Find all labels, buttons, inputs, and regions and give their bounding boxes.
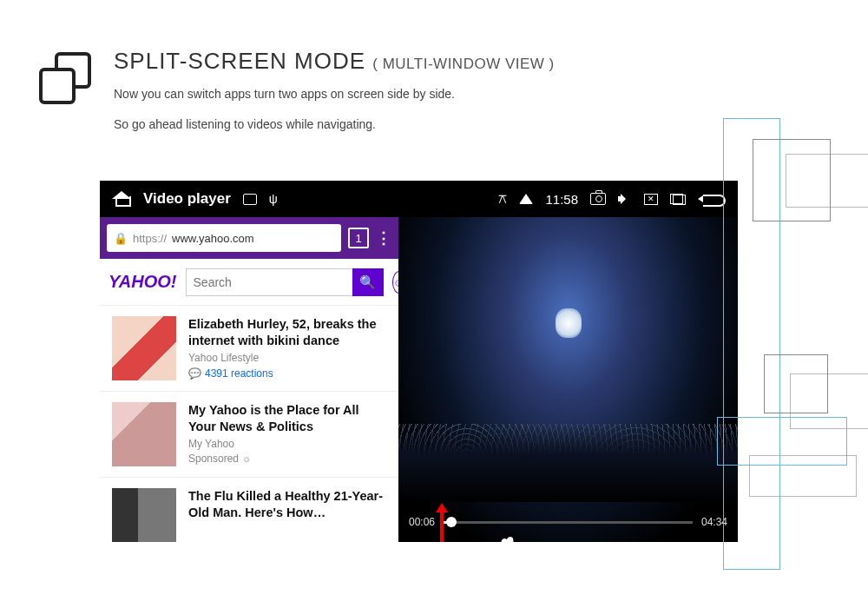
camera-icon[interactable] — [590, 193, 606, 205]
search-button[interactable]: 🔍 — [352, 268, 384, 296]
title-sub: ( MULTI-WINDOW VIEW ) — [372, 56, 554, 72]
news-headline: My Yahoo is the Place for All Your News … — [188, 402, 386, 435]
yahoo-logo[interactable]: YAHOO! — [108, 272, 177, 292]
home-icon[interactable] — [112, 191, 131, 207]
description-line-1: Now you can switch apps turn two apps on… — [114, 83, 555, 105]
news-source: Yahoo Lifestyle — [188, 352, 386, 364]
decorative-box — [786, 154, 868, 208]
url-scheme: https:// — [133, 232, 167, 245]
search-input[interactable] — [186, 268, 352, 296]
app-title: Video player — [143, 190, 231, 208]
url-host: www.yahoo.com — [172, 232, 254, 245]
close-box-icon[interactable]: ✕ — [644, 194, 658, 205]
video-pane[interactable]: MEKEDE® 00:06 04:34 — [398, 217, 738, 542]
description-line-2: So go ahead listening to videos while na… — [114, 114, 555, 135]
device-screenshot: Video player ψ ⚻ 11:58 ✕ 🔒 https://www.y… — [100, 181, 738, 542]
news-thumbnail — [112, 402, 176, 466]
news-headline: The Flu Killed a Healthy 21-Year-Old Man… — [188, 488, 386, 521]
list-item[interactable]: The Flu Killed a Healthy 21-Year-Old Man… — [100, 478, 398, 542]
news-feed[interactable]: Elizabeth Hurley, 52, breaks the interne… — [100, 306, 398, 542]
lock-icon: 🔒 — [114, 232, 128, 245]
page-title: SPLIT-SCREEN MODE ( MULTI-WINDOW VIEW ) — [114, 48, 555, 75]
bluetooth-icon: ⚻ — [498, 191, 507, 207]
tab-count-button[interactable]: 1 — [348, 228, 369, 248]
video-progress-bar[interactable]: 00:06 04:34 — [409, 516, 727, 528]
title-main: SPLIT-SCREEN MODE — [114, 48, 365, 74]
list-item[interactable]: Elizabeth Hurley, 52, breaks the interne… — [100, 306, 398, 392]
seek-track[interactable] — [444, 521, 693, 524]
news-source: My Yahoo — [188, 438, 386, 450]
time-elapsed: 00:06 — [409, 516, 435, 528]
overflow-menu-icon[interactable]: ⋮ — [376, 228, 391, 248]
list-item[interactable]: My Yahoo is the Place for All Your News … — [100, 392, 398, 478]
news-headline: Elizabeth Hurley, 52, breaks the interne… — [188, 316, 386, 349]
image-icon[interactable] — [243, 194, 257, 205]
back-icon[interactable] — [698, 193, 726, 205]
news-thumbnail — [112, 316, 176, 380]
split-screen-icon — [39, 52, 91, 104]
site-header: YAHOO! 🔍 ☺ — [100, 259, 398, 306]
wifi-icon — [519, 194, 533, 204]
news-sponsored-label: Sponsored ☼ — [188, 453, 386, 465]
decorative-box — [749, 455, 857, 497]
url-bar[interactable]: 🔒 https://www.yahoo.com — [107, 224, 341, 252]
android-status-bar: Video player ψ ⚻ 11:58 ✕ — [100, 181, 738, 217]
browser-pane: 🔒 https://www.yahoo.com 1 ⋮ YAHOO! 🔍 ☺ — [100, 217, 398, 542]
news-reactions[interactable]: 💬4391 reactions — [188, 367, 386, 380]
seek-thumb[interactable] — [446, 517, 457, 527]
browser-toolbar: 🔒 https://www.yahoo.com 1 ⋮ — [100, 217, 398, 259]
news-thumbnail — [112, 488, 176, 542]
usb-icon[interactable]: ψ — [269, 192, 278, 206]
volume-icon[interactable] — [618, 192, 632, 206]
video-content[interactable] — [398, 217, 738, 542]
clock-time: 11:58 — [545, 192, 578, 207]
recents-icon[interactable] — [670, 194, 686, 205]
